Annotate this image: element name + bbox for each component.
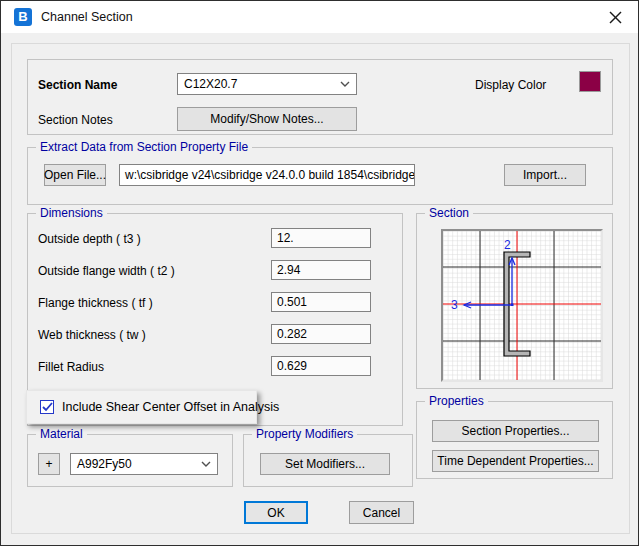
dim-field-t2[interactable]: 2.94: [271, 260, 371, 280]
material-group-label: Material: [36, 427, 87, 441]
open-file-button[interactable]: Open File...: [44, 164, 106, 186]
shear-center-panel: Include Shear Center Offset in Analysis: [26, 390, 257, 424]
material-group: Material + A992Fy50: [27, 434, 233, 487]
section-view-group: Section: [416, 213, 613, 389]
section-properties-button[interactable]: Section Properties...: [432, 420, 599, 442]
shear-center-checkbox[interactable]: [40, 400, 54, 414]
dim-field-t3[interactable]: 12.: [271, 228, 371, 248]
dim-label-fillet: Fillet Radius: [38, 360, 104, 374]
section-name-label: Section Name: [38, 78, 117, 92]
dim-field-tw[interactable]: 0.282: [271, 324, 371, 344]
property-modifiers-group: Property Modifiers Set Modifiers...: [243, 434, 413, 487]
display-color-label: Display Color: [475, 78, 546, 92]
display-color-swatch[interactable]: [579, 71, 601, 92]
check-icon: [42, 402, 53, 412]
dim-label-t3: Outside depth ( t3 ): [38, 232, 141, 246]
close-button[interactable]: [602, 6, 628, 28]
section-name-group: Section Name C12X20.7 Display Color Sect…: [27, 59, 613, 135]
dialog-title: Channel Section: [41, 10, 133, 24]
dim-label-tf: Flange thickness ( tf ): [38, 296, 153, 310]
properties-group-label: Properties: [425, 394, 488, 408]
import-button[interactable]: Import...: [504, 164, 586, 186]
file-path-field[interactable]: w:\csibridge v24\csibridge v24.0.0 build…: [119, 164, 415, 186]
close-icon: [609, 11, 622, 24]
property-modifiers-group-label: Property Modifiers: [252, 427, 357, 441]
channel-section-figure: 2 3: [443, 231, 601, 380]
chevron-down-icon: [195, 461, 217, 467]
section-name-dropdown[interactable]: C12X20.7: [177, 73, 357, 95]
section-drawing: 2 3: [441, 229, 603, 382]
dimensions-group-label: Dimensions: [36, 206, 107, 220]
time-dependent-properties-button[interactable]: Time Dependent Properties...: [432, 450, 599, 472]
axis-2-label: 2: [504, 238, 511, 252]
dim-label-t2: Outside flange width ( t2 ): [38, 264, 175, 278]
modify-show-notes-button[interactable]: Modify/Show Notes...: [177, 107, 357, 131]
add-material-button[interactable]: +: [38, 453, 60, 475]
chevron-down-icon: [334, 81, 356, 87]
section-view-group-label: Section: [425, 206, 473, 220]
material-value: A992Fy50: [71, 457, 195, 471]
app-logo-icon: B: [14, 8, 32, 26]
extract-data-group: Extract Data from Section Property File …: [27, 147, 613, 205]
title-bar: B Channel Section: [1, 1, 638, 33]
dim-field-tf[interactable]: 0.501: [271, 292, 371, 312]
channel-section-dialog: B Channel Section Section Name C12X20.7 …: [0, 0, 639, 546]
dim-label-tw: Web thickness ( tw ): [38, 328, 146, 342]
extract-data-group-label: Extract Data from Section Property File: [36, 140, 252, 154]
properties-group: Properties Section Properties... Time De…: [416, 401, 613, 479]
dim-field-fillet[interactable]: 0.629: [271, 356, 371, 376]
section-name-value: C12X20.7: [178, 77, 334, 91]
ok-button[interactable]: OK: [244, 501, 308, 524]
set-modifiers-button[interactable]: Set Modifiers...: [260, 453, 390, 475]
axis-3-label: 3: [451, 298, 458, 312]
cancel-button[interactable]: Cancel: [349, 501, 414, 524]
shear-center-label: Include Shear Center Offset in Analysis: [62, 400, 279, 414]
material-dropdown[interactable]: A992Fy50: [70, 453, 218, 475]
section-notes-label: Section Notes: [38, 113, 113, 127]
